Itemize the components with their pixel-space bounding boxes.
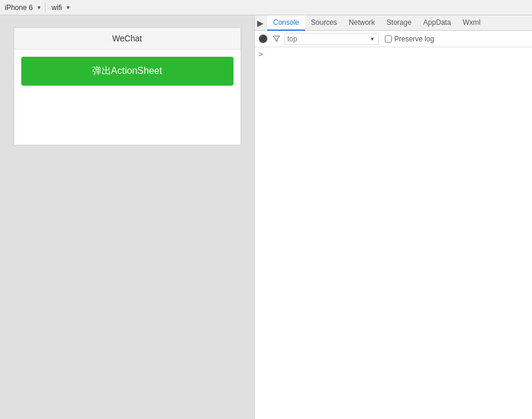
- device-dropdown-icon[interactable]: ▼: [36, 5, 41, 11]
- phone-content-area: 弹出ActionSheet: [14, 50, 241, 93]
- tab-sources[interactable]: Sources: [305, 15, 343, 31]
- top-toolbar: iPhone 6 ▼ wifi ▼: [0, 0, 532, 15]
- cursor-icon: ▶: [257, 18, 264, 28]
- phone-frame: WeChat 弹出ActionSheet: [14, 27, 241, 145]
- filter-dropdown-icon[interactable]: ▼: [368, 35, 376, 43]
- console-content-area: >: [255, 47, 532, 419]
- console-toolbar: ⚫ ▼ Preserve log: [255, 31, 532, 47]
- filter-input[interactable]: [287, 35, 368, 43]
- main-area: WeChat 弹出ActionSheet ▶ Console Sources N…: [0, 15, 532, 419]
- tab-appdata[interactable]: AppData: [417, 15, 457, 31]
- console-prompt[interactable]: >: [258, 50, 263, 59]
- devtools-tabs-bar: ▶ Console Sources Network Storage AppDat…: [255, 15, 532, 31]
- preserve-log-area: Preserve log: [385, 35, 434, 43]
- tab-network[interactable]: Network: [343, 15, 381, 31]
- device-label: iPhone 6: [2, 2, 35, 13]
- network-selector[interactable]: wifi ▼: [49, 2, 70, 13]
- phone-app-title: WeChat: [112, 34, 142, 43]
- clear-console-icon[interactable]: ⚫: [258, 34, 268, 44]
- preserve-log-label: Preserve log: [394, 35, 434, 43]
- tab-wxml[interactable]: Wxml: [457, 15, 486, 31]
- tab-console[interactable]: Console: [267, 15, 305, 31]
- tab-storage[interactable]: Storage: [381, 15, 417, 31]
- network-dropdown-icon[interactable]: ▼: [66, 5, 71, 11]
- filter-icon[interactable]: [271, 34, 281, 44]
- phone-simulator-panel: WeChat 弹出ActionSheet: [0, 15, 254, 419]
- network-label: wifi: [49, 2, 64, 13]
- toolbar-separator: [45, 3, 46, 12]
- devtools-panel: ▶ Console Sources Network Storage AppDat…: [254, 15, 532, 419]
- action-sheet-button[interactable]: 弹出ActionSheet: [21, 57, 233, 86]
- filter-input-wrapper[interactable]: ▼: [284, 33, 379, 45]
- phone-title-bar: WeChat: [14, 28, 241, 50]
- device-selector[interactable]: iPhone 6 ▼: [2, 2, 41, 13]
- preserve-log-checkbox[interactable]: [385, 35, 392, 43]
